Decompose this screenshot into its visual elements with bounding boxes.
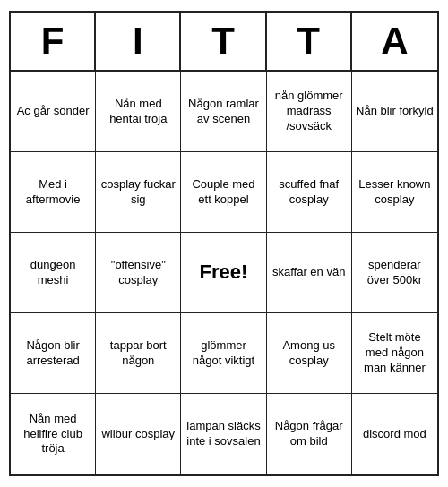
bingo-cell-text-18: Among us cosplay [271, 338, 348, 369]
bingo-grid: Ac går sönderNån med hentai tröjaNågon r… [11, 72, 437, 474]
bingo-cell-text-22: lampan släcks inte i sovsalen [185, 419, 262, 449]
bingo-cell-6: cosplay fuckar sig [96, 152, 181, 233]
bingo-cell-3: nån glömmer madrass /sovsäck [267, 72, 352, 152]
bingo-cell-text-15: Någon blir arresterad [14, 338, 91, 369]
bingo-cell-13: skaffar en vän [267, 233, 352, 313]
header-letter-i: I [96, 13, 181, 70]
header-letter-t: T [267, 13, 352, 70]
bingo-cell-2: Någon ramlar av scenen [181, 72, 266, 152]
bingo-cell-1: Nån med hentai tröja [96, 72, 181, 152]
bingo-cell-text-8: scuffed fnaf cosplay [271, 177, 348, 208]
bingo-cell-text-14: spenderar över 500kr [356, 258, 434, 288]
bingo-cell-20: Nån med hellfire club tröja [11, 394, 96, 474]
bingo-cell-15: Någon blir arresterad [11, 313, 96, 394]
bingo-cell-7: Couple med ett koppel [181, 152, 266, 233]
bingo-cell-14: spenderar över 500kr [352, 233, 437, 313]
bingo-cell-9: Lesser known cosplay [352, 152, 437, 233]
bingo-cell-22: lampan släcks inte i sovsalen [181, 394, 266, 474]
bingo-cell-4: Nån blir förkyld [352, 72, 437, 152]
bingo-cell-text-0: Ac går sönder [17, 104, 90, 119]
bingo-cell-10: dungeon meshi [11, 233, 96, 313]
bingo-cell-text-16: tappar bort någon [99, 338, 177, 369]
bingo-cell-text-12: Free! [200, 260, 248, 286]
bingo-cell-text-4: Nån blir förkyld [356, 104, 434, 119]
bingo-cell-18: Among us cosplay [267, 313, 352, 394]
bingo-cell-text-13: skaffar en vän [272, 265, 345, 280]
bingo-cell-text-7: Couple med ett koppel [185, 177, 262, 208]
bingo-cell-text-19: Stelt möte med någon man känner [356, 330, 434, 376]
header-letter-a: A [352, 13, 437, 70]
bingo-cell-8: scuffed fnaf cosplay [267, 152, 352, 233]
bingo-cell-text-20: Nån med hellfire club tröja [14, 412, 91, 457]
bingo-cell-text-6: cosplay fuckar sig [99, 177, 177, 208]
bingo-cell-24: discord mod [352, 394, 437, 474]
bingo-cell-text-3: nån glömmer madrass /sovsäck [271, 89, 348, 134]
bingo-cell-12: Free! [181, 233, 266, 313]
bingo-card: FITTA Ac går sönderNån med hentai tröjaN… [9, 11, 439, 476]
bingo-cell-11: "offensive" cosplay [96, 233, 181, 313]
bingo-cell-19: Stelt möte med någon man känner [352, 313, 437, 394]
bingo-cell-21: wilbur cosplay [96, 394, 181, 474]
bingo-cell-text-1: Nån med hentai tröja [99, 97, 177, 127]
bingo-cell-text-17: glömmer något viktigt [185, 338, 262, 369]
bingo-cell-16: tappar bort någon [96, 313, 181, 394]
bingo-cell-text-10: dungeon meshi [14, 258, 91, 288]
header-letter-t: T [181, 13, 266, 70]
bingo-cell-17: glömmer något viktigt [181, 313, 266, 394]
bingo-cell-text-24: discord mod [363, 427, 426, 442]
bingo-cell-23: Någon frågar om bild [267, 394, 352, 474]
bingo-cell-0: Ac går sönder [11, 72, 96, 152]
bingo-cell-text-21: wilbur cosplay [101, 427, 175, 442]
bingo-cell-text-2: Någon ramlar av scenen [185, 97, 262, 127]
bingo-cell-text-23: Någon frågar om bild [271, 419, 348, 449]
bingo-cell-5: Med i aftermovie [11, 152, 96, 233]
bingo-cell-text-11: "offensive" cosplay [99, 258, 177, 288]
bingo-cell-text-5: Med i aftermovie [14, 177, 91, 208]
header-letter-f: F [11, 13, 96, 70]
bingo-header: FITTA [11, 13, 437, 72]
bingo-cell-text-9: Lesser known cosplay [356, 177, 434, 208]
